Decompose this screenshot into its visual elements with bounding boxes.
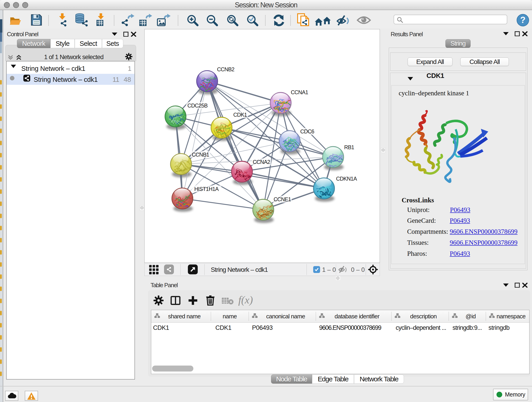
svg-text:CCNA2: CCNA2 — [253, 159, 270, 165]
svg-text:CDC6: CDC6 — [300, 128, 315, 134]
svg-text:?: ? — [520, 15, 525, 25]
svg-text:CCNB2: CCNB2 — [217, 66, 234, 72]
svg-text:CCNB1: CCNB1 — [192, 152, 209, 158]
svg-text:CCNE1: CCNE1 — [273, 196, 291, 202]
svg-text:CDKN1A: CDKN1A — [336, 176, 357, 182]
svg-text:HIST1H1A: HIST1H1A — [194, 186, 219, 192]
svg-text:CCNA1: CCNA1 — [291, 89, 308, 95]
svg-text:CDC25B: CDC25B — [187, 103, 208, 109]
svg-text:CDK1: CDK1 — [233, 112, 247, 118]
svg-text:RB1: RB1 — [344, 144, 354, 150]
